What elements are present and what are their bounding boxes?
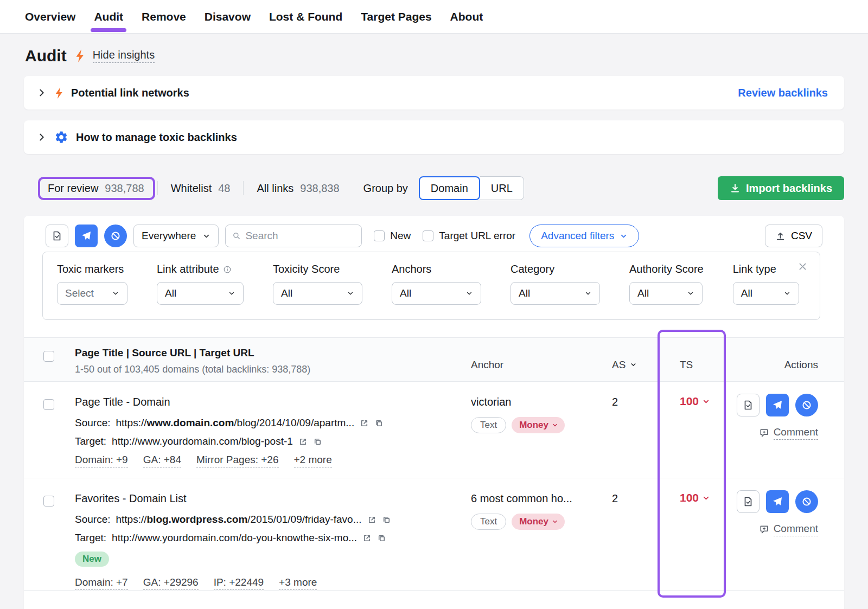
everywhere-dropdown[interactable]: Everywhere bbox=[133, 225, 219, 247]
comment-link[interactable]: Comment bbox=[759, 523, 818, 536]
table-row: Favorites - Domain List Source: https://… bbox=[24, 478, 844, 591]
search-icon bbox=[232, 231, 241, 241]
chevron-down-icon bbox=[465, 290, 473, 297]
target-url-error-checkbox[interactable]: Target URL error bbox=[423, 230, 515, 242]
metric-more-link[interactable]: +3 more bbox=[279, 576, 317, 590]
external-link-icon[interactable] bbox=[298, 437, 308, 446]
nav-item-lost-and-found[interactable]: Lost & Found bbox=[269, 0, 342, 33]
results-count: 1-50 out of 103,405 domains (total backl… bbox=[75, 364, 465, 375]
nav-item-overview[interactable]: Overview bbox=[25, 0, 75, 33]
chevron-down-icon bbox=[702, 494, 710, 502]
authority-score-select[interactable]: All bbox=[629, 282, 703, 305]
nav-item-disavow[interactable]: Disavow bbox=[205, 0, 251, 33]
row-checkbox[interactable] bbox=[43, 399, 54, 410]
target-label: Target: bbox=[75, 435, 106, 447]
chevron-down-icon bbox=[228, 290, 235, 297]
active-tab-underline bbox=[91, 28, 126, 32]
nav-item-target-pages[interactable]: Target Pages bbox=[361, 0, 431, 33]
external-link-icon[interactable] bbox=[360, 419, 369, 428]
copy-icon[interactable] bbox=[374, 419, 384, 428]
link-attribute-select[interactable]: All bbox=[157, 282, 244, 305]
close-filters-button[interactable] bbox=[796, 260, 809, 273]
metric-domain-link[interactable]: Domain: +7 bbox=[75, 576, 128, 590]
copy-icon[interactable] bbox=[382, 515, 391, 524]
group-by-url-button[interactable]: URL bbox=[480, 176, 524, 200]
tab-whitelist[interactable]: Whitelist 48 bbox=[165, 182, 236, 195]
page-title: Audit bbox=[25, 47, 67, 65]
nav-item-remove[interactable]: Remove bbox=[142, 0, 186, 33]
remove-row-button[interactable] bbox=[766, 394, 789, 416]
toxicity-score-value[interactable]: 100 bbox=[680, 491, 726, 504]
whitelist-row-button[interactable] bbox=[737, 394, 760, 416]
link-type-select[interactable]: All bbox=[733, 282, 799, 305]
metric-ga-link[interactable]: GA: +84 bbox=[143, 454, 181, 467]
metric-ip-link[interactable]: IP: +22449 bbox=[214, 576, 264, 590]
metric-ga-link[interactable]: GA: +29296 bbox=[143, 576, 199, 590]
advanced-filters-dropdown[interactable]: Advanced filters bbox=[529, 225, 639, 247]
move-to-remove-list-button[interactable] bbox=[75, 225, 98, 247]
toxic-markers-select[interactable]: Select bbox=[57, 282, 127, 305]
copy-icon[interactable] bbox=[377, 534, 386, 543]
select-all-checkbox[interactable] bbox=[43, 351, 54, 362]
comment-link[interactable]: Comment bbox=[759, 426, 818, 440]
move-to-whitelist-button[interactable] bbox=[46, 225, 68, 247]
toxicity-score-select[interactable]: All bbox=[273, 282, 362, 305]
chevron-right-icon[interactable] bbox=[37, 132, 47, 142]
backlink-page-title: Favorites - Domain List bbox=[75, 492, 465, 505]
metric-mirror-pages-link[interactable]: Mirror Pages: +26 bbox=[196, 454, 279, 467]
panel-manage-toxic-backlinks[interactable]: How to manage toxic backlinks bbox=[24, 120, 844, 154]
category-select[interactable]: All bbox=[510, 282, 600, 305]
sort-caret-icon[interactable] bbox=[630, 361, 637, 368]
authority-score-value: 2 bbox=[601, 478, 653, 590]
backlinks-card: Everywhere New Target URL error Advanced… bbox=[24, 216, 844, 609]
close-icon bbox=[798, 262, 807, 271]
row-checkbox[interactable] bbox=[43, 496, 54, 507]
anchor-category-badge[interactable]: Money bbox=[512, 417, 565, 433]
backlinks-table: Page Title | Source URL | Target URL 1-5… bbox=[24, 337, 844, 609]
backlink-page-title: Page Title - Domain bbox=[75, 396, 465, 408]
import-backlinks-button[interactable]: Import backlinks bbox=[718, 176, 844, 200]
bolt-icon bbox=[54, 87, 63, 99]
copy-icon[interactable] bbox=[313, 437, 322, 446]
block-icon bbox=[801, 400, 812, 411]
chevron-down-icon bbox=[584, 290, 592, 297]
nav-item-audit[interactable]: Audit bbox=[94, 0, 123, 33]
metric-more-link[interactable]: +2 more bbox=[294, 454, 332, 467]
chevron-right-icon[interactable] bbox=[37, 88, 47, 98]
export-csv-button[interactable]: CSV bbox=[765, 225, 822, 247]
block-icon bbox=[110, 230, 121, 241]
remove-row-button[interactable] bbox=[766, 490, 789, 513]
external-link-icon[interactable] bbox=[362, 534, 372, 543]
metric-domain-link[interactable]: Domain: +9 bbox=[75, 454, 128, 467]
search-input[interactable] bbox=[245, 230, 355, 242]
panel-potential-link-networks[interactable]: Potential link networks Review backlinks bbox=[24, 76, 844, 110]
tab-all-links[interactable]: All links 938,838 bbox=[251, 182, 344, 195]
group-by-domain-button[interactable]: Domain bbox=[419, 176, 480, 200]
anchors-select[interactable]: All bbox=[392, 282, 481, 305]
hide-insights-link[interactable]: Hide insights bbox=[93, 49, 155, 63]
info-icon[interactable] bbox=[223, 265, 232, 274]
column-header-as[interactable]: AS bbox=[601, 338, 653, 381]
disavow-row-button[interactable] bbox=[795, 490, 818, 513]
move-to-disavow-button[interactable] bbox=[104, 225, 127, 247]
anchor-category-badge[interactable]: Money bbox=[512, 514, 565, 530]
column-header-page-title: Page Title | Source URL | Target URL bbox=[75, 347, 465, 359]
new-filter-checkbox[interactable]: New bbox=[374, 230, 411, 242]
group-by-segmented-control: Domain URL bbox=[419, 176, 524, 200]
disavow-row-button[interactable] bbox=[795, 394, 818, 416]
nav-item-about[interactable]: About bbox=[450, 0, 483, 33]
upload-icon bbox=[775, 231, 786, 241]
new-badge: New bbox=[75, 552, 109, 567]
toxicity-score-value[interactable]: 100 bbox=[680, 395, 726, 408]
document-check-icon bbox=[52, 230, 62, 241]
review-backlinks-link[interactable]: Review backlinks bbox=[738, 87, 828, 99]
whitelist-row-button[interactable] bbox=[737, 490, 760, 513]
tab-for-review[interactable]: For review 938,788 bbox=[42, 182, 150, 195]
external-link-icon[interactable] bbox=[367, 515, 376, 524]
checkbox[interactable] bbox=[423, 230, 433, 241]
anchor-text: victorian bbox=[471, 396, 601, 408]
anchor-type-badge: Text bbox=[471, 417, 506, 433]
panel-title: Potential link networks bbox=[71, 87, 189, 99]
checkbox[interactable] bbox=[374, 230, 385, 241]
top-navigation: Overview Audit Remove Disavow Lost & Fou… bbox=[0, 0, 868, 34]
